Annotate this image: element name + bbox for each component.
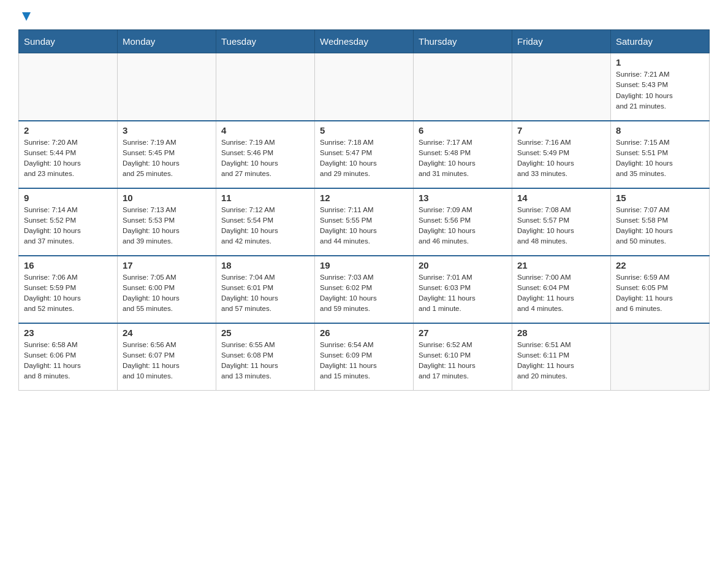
day-number: 10 <box>123 193 211 203</box>
weekday-header-sunday: Sunday <box>19 30 118 53</box>
calendar-cell: 27Sunrise: 6:52 AM Sunset: 6:10 PM Dayli… <box>414 323 512 391</box>
day-info: Sunrise: 7:12 AM Sunset: 5:54 PM Dayligh… <box>221 205 309 247</box>
day-number: 19 <box>320 260 408 270</box>
day-info: Sunrise: 7:11 AM Sunset: 5:55 PM Dayligh… <box>320 205 408 247</box>
calendar-week-row: 9Sunrise: 7:14 AM Sunset: 5:52 PM Daylig… <box>19 188 710 256</box>
day-number: 5 <box>320 125 408 136</box>
calendar-cell: 18Sunrise: 7:04 AM Sunset: 6:01 PM Dayli… <box>216 256 315 323</box>
day-info: Sunrise: 6:54 AM Sunset: 6:09 PM Dayligh… <box>320 340 408 382</box>
day-number: 4 <box>221 125 309 136</box>
day-info: Sunrise: 7:00 AM Sunset: 6:04 PM Dayligh… <box>517 272 605 315</box>
day-info: Sunrise: 7:19 AM Sunset: 5:46 PM Dayligh… <box>221 137 309 180</box>
calendar-week-row: 2Sunrise: 7:20 AM Sunset: 5:44 PM Daylig… <box>19 121 710 188</box>
calendar-cell: 8Sunrise: 7:15 AM Sunset: 5:51 PM Daylig… <box>611 121 710 188</box>
calendar-cell: 11Sunrise: 7:12 AM Sunset: 5:54 PM Dayli… <box>216 188 315 256</box>
day-info: Sunrise: 7:18 AM Sunset: 5:47 PM Dayligh… <box>320 137 408 180</box>
calendar-cell <box>216 53 315 121</box>
day-number: 2 <box>24 125 112 136</box>
weekday-header-tuesday: Tuesday <box>216 30 315 53</box>
day-info: Sunrise: 7:14 AM Sunset: 5:52 PM Dayligh… <box>24 205 112 247</box>
calendar-cell: 15Sunrise: 7:07 AM Sunset: 5:58 PM Dayli… <box>611 188 710 256</box>
day-info: Sunrise: 7:21 AM Sunset: 5:43 PM Dayligh… <box>616 69 704 112</box>
day-info: Sunrise: 6:52 AM Sunset: 6:10 PM Dayligh… <box>419 340 507 382</box>
day-info: Sunrise: 6:55 AM Sunset: 6:08 PM Dayligh… <box>221 340 309 382</box>
calendar-cell: 5Sunrise: 7:18 AM Sunset: 5:47 PM Daylig… <box>315 121 414 188</box>
calendar-header-row: SundayMondayTuesdayWednesdayThursdayFrid… <box>19 30 710 53</box>
calendar-cell: 2Sunrise: 7:20 AM Sunset: 5:44 PM Daylig… <box>19 121 118 188</box>
day-number: 11 <box>221 193 309 203</box>
calendar-cell <box>611 323 710 391</box>
logo <box>18 12 33 20</box>
day-info: Sunrise: 7:05 AM Sunset: 6:00 PM Dayligh… <box>123 272 211 315</box>
calendar-cell: 13Sunrise: 7:09 AM Sunset: 5:56 PM Dayli… <box>414 188 512 256</box>
day-number: 23 <box>24 327 112 338</box>
calendar-cell: 21Sunrise: 7:00 AM Sunset: 6:04 PM Dayli… <box>512 256 611 323</box>
calendar-cell: 22Sunrise: 6:59 AM Sunset: 6:05 PM Dayli… <box>611 256 710 323</box>
calendar-cell: 1Sunrise: 7:21 AM Sunset: 5:43 PM Daylig… <box>611 53 710 121</box>
day-info: Sunrise: 7:04 AM Sunset: 6:01 PM Dayligh… <box>221 272 309 315</box>
weekday-header-thursday: Thursday <box>414 30 512 53</box>
weekday-header-wednesday: Wednesday <box>315 30 414 53</box>
day-number: 9 <box>24 193 112 203</box>
day-number: 15 <box>616 193 704 203</box>
day-info: Sunrise: 7:20 AM Sunset: 5:44 PM Dayligh… <box>24 137 112 180</box>
calendar-cell <box>118 53 216 121</box>
day-number: 8 <box>616 125 704 136</box>
day-number: 28 <box>517 327 605 338</box>
day-info: Sunrise: 7:09 AM Sunset: 5:56 PM Dayligh… <box>419 205 507 247</box>
day-info: Sunrise: 7:16 AM Sunset: 5:49 PM Dayligh… <box>517 137 605 180</box>
calendar-cell <box>512 53 611 121</box>
calendar-cell: 20Sunrise: 7:01 AM Sunset: 6:03 PM Dayli… <box>414 256 512 323</box>
calendar-week-row: 23Sunrise: 6:58 AM Sunset: 6:06 PM Dayli… <box>19 323 710 391</box>
day-info: Sunrise: 7:03 AM Sunset: 6:02 PM Dayligh… <box>320 272 408 315</box>
calendar-cell: 28Sunrise: 6:51 AM Sunset: 6:11 PM Dayli… <box>512 323 611 391</box>
weekday-header-monday: Monday <box>118 30 216 53</box>
calendar-cell: 4Sunrise: 7:19 AM Sunset: 5:46 PM Daylig… <box>216 121 315 188</box>
calendar-cell: 24Sunrise: 6:56 AM Sunset: 6:07 PM Dayli… <box>118 323 216 391</box>
svg-marker-0 <box>22 12 31 21</box>
day-number: 14 <box>517 193 605 203</box>
calendar-cell: 10Sunrise: 7:13 AM Sunset: 5:53 PM Dayli… <box>118 188 216 256</box>
day-info: Sunrise: 7:07 AM Sunset: 5:58 PM Dayligh… <box>616 205 704 247</box>
calendar-cell: 16Sunrise: 7:06 AM Sunset: 5:59 PM Dayli… <box>19 256 118 323</box>
calendar-cell: 26Sunrise: 6:54 AM Sunset: 6:09 PM Dayli… <box>315 323 414 391</box>
calendar-cell <box>19 53 118 121</box>
day-info: Sunrise: 7:15 AM Sunset: 5:51 PM Dayligh… <box>616 137 704 180</box>
day-info: Sunrise: 6:58 AM Sunset: 6:06 PM Dayligh… <box>24 340 112 382</box>
weekday-header-friday: Friday <box>512 30 611 53</box>
logo-triangle-icon <box>20 10 33 23</box>
calendar-cell: 17Sunrise: 7:05 AM Sunset: 6:00 PM Dayli… <box>118 256 216 323</box>
day-number: 22 <box>616 260 704 270</box>
calendar-cell: 12Sunrise: 7:11 AM Sunset: 5:55 PM Dayli… <box>315 188 414 256</box>
day-number: 18 <box>221 260 309 270</box>
day-number: 1 <box>616 57 704 67</box>
calendar-cell: 6Sunrise: 7:17 AM Sunset: 5:48 PM Daylig… <box>414 121 512 188</box>
day-number: 24 <box>123 327 211 338</box>
day-number: 12 <box>320 193 408 203</box>
calendar-cell: 19Sunrise: 7:03 AM Sunset: 6:02 PM Dayli… <box>315 256 414 323</box>
day-number: 26 <box>320 327 408 338</box>
day-number: 20 <box>419 260 507 270</box>
day-info: Sunrise: 7:19 AM Sunset: 5:45 PM Dayligh… <box>123 137 211 180</box>
calendar-cell: 14Sunrise: 7:08 AM Sunset: 5:57 PM Dayli… <box>512 188 611 256</box>
calendar-cell <box>315 53 414 121</box>
day-info: Sunrise: 7:06 AM Sunset: 5:59 PM Dayligh… <box>24 272 112 315</box>
day-info: Sunrise: 7:13 AM Sunset: 5:53 PM Dayligh… <box>123 205 211 247</box>
calendar-cell <box>414 53 512 121</box>
day-info: Sunrise: 7:17 AM Sunset: 5:48 PM Dayligh… <box>419 137 507 180</box>
calendar-cell: 23Sunrise: 6:58 AM Sunset: 6:06 PM Dayli… <box>19 323 118 391</box>
day-number: 13 <box>419 193 507 203</box>
day-number: 21 <box>517 260 605 270</box>
day-number: 3 <box>123 125 211 136</box>
calendar-cell: 3Sunrise: 7:19 AM Sunset: 5:45 PM Daylig… <box>118 121 216 188</box>
day-number: 25 <box>221 327 309 338</box>
weekday-header-saturday: Saturday <box>611 30 710 53</box>
day-number: 7 <box>517 125 605 136</box>
day-info: Sunrise: 6:59 AM Sunset: 6:05 PM Dayligh… <box>616 272 704 315</box>
calendar-table: SundayMondayTuesdayWednesdayThursdayFrid… <box>18 29 710 391</box>
day-info: Sunrise: 7:01 AM Sunset: 6:03 PM Dayligh… <box>419 272 507 315</box>
calendar-week-row: 16Sunrise: 7:06 AM Sunset: 5:59 PM Dayli… <box>19 256 710 323</box>
calendar-cell: 7Sunrise: 7:16 AM Sunset: 5:49 PM Daylig… <box>512 121 611 188</box>
calendar-cell: 9Sunrise: 7:14 AM Sunset: 5:52 PM Daylig… <box>19 188 118 256</box>
day-info: Sunrise: 7:08 AM Sunset: 5:57 PM Dayligh… <box>517 205 605 247</box>
